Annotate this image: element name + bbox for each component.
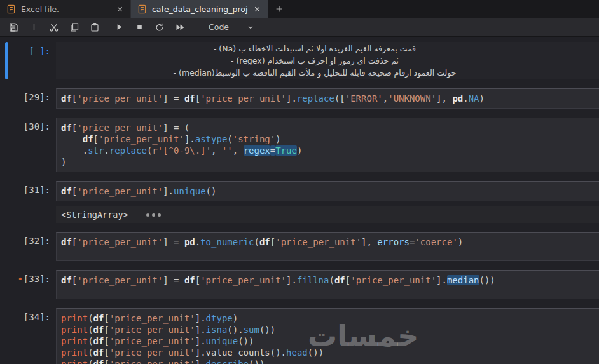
tab-cafe-data-cleaning-project[interactable]: cafe_data_cleaning_project xyxy=(131,0,268,18)
code-cell: [32]:df['price_per_unit'] = pd.to_numeri… xyxy=(0,232,599,261)
run-all-icon xyxy=(175,22,185,32)
plus-icon xyxy=(275,4,284,13)
notebook-window: Excel file. cafe_data_cleaning_project xyxy=(0,0,599,364)
tab-label: cafe_data_cleaning_project xyxy=(152,4,248,14)
cut-cell-button[interactable] xyxy=(46,20,62,35)
code-cell-editor[interactable]: df['price_per_unit'] = df['price_per_uni… xyxy=(56,88,599,109)
notebook-cell-list: [ ]:قمت بمعرفه القيم الفريده اولا ثم است… xyxy=(0,37,599,364)
add-cell-button[interactable] xyxy=(25,20,42,35)
paste-cell-button[interactable] xyxy=(86,20,103,35)
code-cell: [31]:df['price_per_unit'].unique()<Strin… xyxy=(0,181,599,223)
code-cell: •[33]:df['price_per_unit'] = df['price_p… xyxy=(0,270,599,299)
output-text: <StringArray> xyxy=(61,210,128,220)
new-tab-button[interactable] xyxy=(268,0,290,18)
restart-icon xyxy=(155,22,165,32)
tab-excel-file[interactable]: Excel file. xyxy=(0,0,131,18)
expand-output-button[interactable] xyxy=(146,213,161,217)
save-icon xyxy=(8,22,18,32)
plus-icon xyxy=(29,22,39,32)
code-cell: [29]:df['price_per_unit'] = df['price_pe… xyxy=(0,88,599,109)
code-cell-editor[interactable]: df['price_per_unit'] = pd.to_numeric(df[… xyxy=(56,232,599,261)
close-tab-icon[interactable] xyxy=(116,5,124,13)
save-button[interactable] xyxy=(5,20,22,35)
markdown-cell: [ ]:قمت بمعرفه القيم الفريده اولا ثم است… xyxy=(0,42,599,79)
tab-bar: Excel file. cafe_data_cleaning_project xyxy=(0,0,599,18)
close-tab-icon[interactable] xyxy=(253,5,261,13)
execution-count: [30]: xyxy=(0,118,56,172)
restart-kernel-button[interactable] xyxy=(151,20,168,35)
code-cell-editor[interactable]: df['price_per_unit'] = df['price_per_uni… xyxy=(56,270,599,299)
code-cell: [34]:print(df['price_per_unit'].dtype)pr… xyxy=(0,308,599,364)
code-cell: [30]:df['price_per_unit'] = ( df['price_… xyxy=(0,118,599,172)
run-all-button[interactable] xyxy=(172,20,188,35)
paste-icon xyxy=(90,22,100,32)
stop-icon xyxy=(135,22,144,32)
copy-icon xyxy=(69,22,79,32)
chevron-down-icon xyxy=(247,24,254,31)
code-cell-editor[interactable]: df['price_per_unit'] = ( df['price_per_u… xyxy=(56,118,599,172)
cell-type-dropdown[interactable]: Code xyxy=(205,21,258,33)
execution-count: [34]: xyxy=(0,308,56,364)
execution-count: [32]: xyxy=(0,232,56,261)
scissors-icon xyxy=(49,22,59,32)
notebook-file-icon xyxy=(6,4,16,14)
stop-button[interactable] xyxy=(131,20,148,35)
code-cell-editor[interactable]: df['price_per_unit'].unique() xyxy=(56,181,599,201)
copy-cell-button[interactable] xyxy=(66,20,83,35)
selected-cell-indicator xyxy=(5,42,8,79)
execution-count: [29]: xyxy=(0,88,56,109)
execution-count: •[33]: xyxy=(0,270,56,299)
markdown-cell-text[interactable]: قمت بمعرفه القيم الفريده اولا ثم استبدلت… xyxy=(56,42,599,79)
cell-output: <StringArray> xyxy=(56,206,599,223)
code-cell-editor[interactable]: print(df['price_per_unit'].dtype)print(d… xyxy=(56,308,599,364)
notebook-toolbar: Code xyxy=(0,18,599,37)
tab-label: Excel file. xyxy=(21,4,111,14)
cell-type-label: Code xyxy=(209,22,229,32)
execution-count: [ ]: xyxy=(0,42,56,79)
notebook-file-icon xyxy=(137,4,147,14)
execution-count: [31]: xyxy=(0,181,56,223)
modified-dot: • xyxy=(17,274,22,284)
run-cell-button[interactable] xyxy=(111,20,127,35)
run-icon xyxy=(114,22,124,32)
